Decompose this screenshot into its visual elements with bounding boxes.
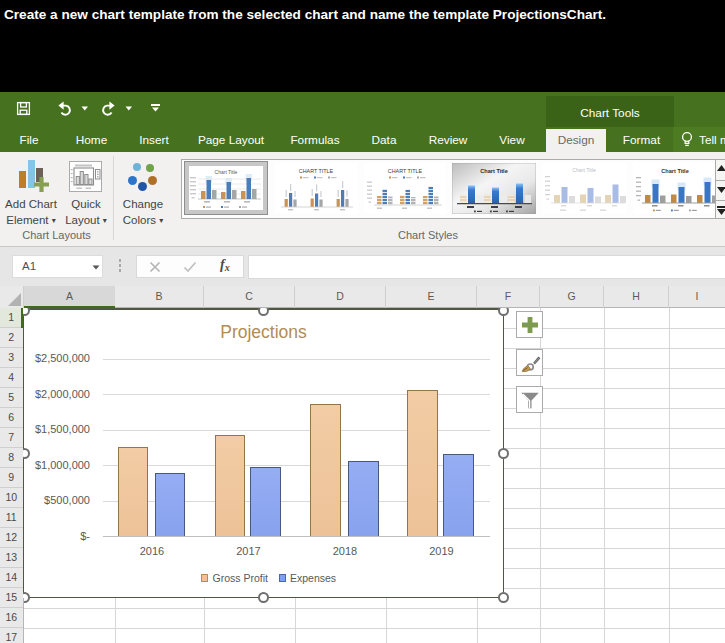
svg-text:Chart Title: Chart Title [572,167,596,173]
svg-text:Chart Title: Chart Title [480,168,508,174]
svg-text:Chart Title: Chart Title [661,168,689,174]
svg-text:Chart Title: Chart Title [214,169,237,175]
svg-text:CHART TITLE: CHART TITLE [299,168,334,174]
svg-text:CHART TITLE: CHART TITLE [388,168,423,174]
